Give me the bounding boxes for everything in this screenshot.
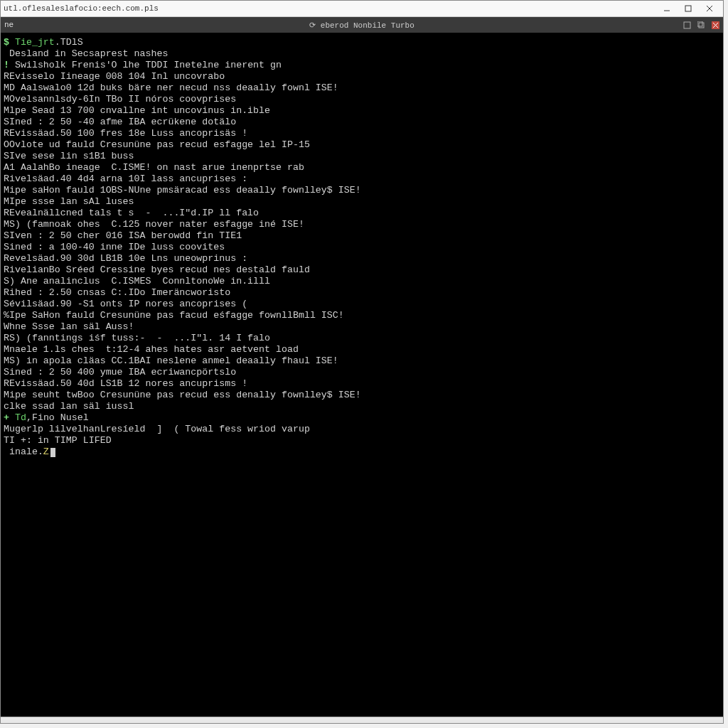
terminal-text: REvissäad.50 40d LS1B 12 nores ancuprism…: [4, 378, 247, 389]
terminal-text: SIned : 2 50 -40 afme IBA ecrükene dotäl…: [4, 117, 236, 127]
terminal-text: Z: [43, 446, 49, 457]
terminal-text: .TDlS: [55, 37, 83, 48]
terminal-text: +: [4, 412, 15, 423]
terminal-line: MOvelsannlsdy-6In TBo II nóros coovprise…: [4, 94, 720, 105]
terminal-text: clke ssad lan säl iussl: [4, 401, 134, 412]
terminal-text: %Ipe SaHon fauld Cresunüne pas facud eśf…: [4, 310, 344, 321]
terminal-text: MS) (famnoak ohes C.125 nover nater esfa…: [4, 219, 304, 230]
terminal-text: MOvelsannlsdy-6In TBo II nóros coovprise…: [4, 94, 236, 105]
svg-rect-5: [699, 23, 704, 28]
terminal-text: REvealnällcned tals t s - ...I"d.IP ll f…: [4, 208, 259, 218]
terminal-text: Whne Ssse lan säl Auss!: [4, 321, 134, 332]
terminal-text: Mipe seuht twBoo Cresunüne pas recud ess…: [4, 390, 361, 400]
terminal-line: REvissäad.50 40d LS1B 12 nores ancuprism…: [4, 378, 720, 390]
terminal-text: SIven : 2 50 cher 016 ISA berowdd fin TI…: [4, 230, 242, 241]
tab-close-button[interactable]: [710, 20, 720, 30]
terminal-line: Revelsäad.90 30d LB1B 10e Lns uneowprinu…: [4, 253, 720, 264]
terminal-line: clke ssad lan säl iussl: [4, 401, 720, 412]
copy-icon: [697, 21, 705, 29]
app-window: utl.oflesaleslafocio:eech.com.pls ne ⟳ e…: [0, 0, 724, 724]
terminal-line: MD Aalswalo0 12d buks bäre ner necud nss…: [4, 82, 720, 94]
terminal-line: OOvlote ud fauld Cresunüne pas recud esf…: [4, 139, 720, 151]
terminal-text: Mipe saHon fauld 1OBS-NUne pmsäracad ess…: [4, 185, 361, 196]
terminal-line: MS) in apola cläas CC.1BAI neslene anmel…: [4, 355, 720, 367]
terminal-cursor: [50, 448, 55, 457]
terminal-text: Sined : a 100-40 inne IDe luss coovites: [4, 242, 225, 252]
terminal-text: REvisselo Iineage 008 104 Inl uncovrabo: [4, 71, 225, 82]
terminal-line: Rihed : 2.50 cnsas C:.IDo Imeräncworisto: [4, 287, 720, 299]
terminal-tabbar: ne ⟳ eberod Nonbile Turbo: [1, 17, 723, 33]
maximize-button[interactable]: [678, 2, 699, 15]
terminal-line: RS) (fanntings iśf tuss:- - ...I"l. 14 I…: [4, 333, 720, 344]
terminal-line: Rivelsäad.40 4d4 arna 10I lass ancuprise…: [4, 173, 720, 185]
close-icon: [706, 5, 713, 12]
terminal-text: Mnaele 1.ls ches t:12-4 ahes hates asr a…: [4, 344, 299, 355]
maximize-icon: [685, 5, 692, 12]
terminal-text: $: [4, 37, 15, 48]
terminal-line: Sévilsäad.90 -S1 onts IP nores ancoprise…: [4, 299, 720, 310]
terminal-text: !: [4, 60, 15, 70]
terminal-line: $ Tie_jrt.TDlS: [4, 37, 720, 48]
terminal-text: Swilsholk Frenis'O lhe TDDI Inetelne ine…: [15, 60, 282, 70]
terminal-text: REvissäad.50 100 fres 18e Luss ancoprisä…: [4, 128, 247, 139]
terminal-line: SIned : 2 50 -40 afme IBA ecrükene dotäl…: [4, 117, 720, 128]
terminal-line: SIve sese lin s1B1 buss: [4, 151, 720, 162]
terminal-line: Mipe saHon fauld 1OBS-NUne pmsäracad ess…: [4, 185, 720, 196]
svg-rect-1: [685, 6, 691, 11]
terminal-text: TI +: in TIMP LIFED: [4, 435, 112, 446]
terminal-line: RivelianBo Sréed Cressine byes recud nes…: [4, 264, 720, 276]
terminal-text: Td: [15, 412, 26, 423]
terminal-line: Sined : 2 50 400 ymue IBA ecriwancpörtsl…: [4, 367, 720, 378]
terminal-text: RS) (fanntings iśf tuss:- - ...I"l. 14 I…: [4, 333, 270, 343]
tab-action-1[interactable]: [682, 20, 692, 30]
terminal-text: Sined : 2 50 400 ymue IBA ecriwancpörtsl…: [4, 367, 236, 378]
terminal-output[interactable]: $ Tie_jrt.TDlS Desland in Secsaprest nas…: [1, 33, 723, 717]
terminal-line: MS) (famnoak ohes C.125 nover nater esfa…: [4, 219, 720, 230]
tab-left-stub: ne: [1, 21, 14, 29]
address-text: utl.oflesaleslafocio:eech.com.pls: [4, 4, 159, 13]
terminal-text: inale.: [4, 446, 43, 457]
terminal-line: %Ipe SaHon fauld Cresunüne pas facud eśf…: [4, 310, 720, 321]
window-footer: [1, 717, 723, 723]
square-icon: [683, 21, 691, 29]
terminal-text: ,Fino Nusel: [26, 412, 89, 423]
terminal-line: SIven : 2 50 cher 016 ISA berowdd fin TI…: [4, 230, 720, 242]
terminal-line: + Td,Fino Nusel: [4, 412, 720, 424]
terminal-text: A1 AalahBo ineage C.ISME! on nast arue i…: [4, 162, 304, 173]
terminal-line: Sined : a 100-40 inne IDe luss coovites: [4, 242, 720, 253]
svg-rect-4: [684, 22, 690, 28]
terminal-text: Rivelsäad.40 4d4 arna 10I lass ancuprise…: [4, 173, 247, 184]
tab-right-icons: [682, 20, 720, 30]
terminal-text: Sévilsäad.90 -S1 onts IP nores ancoprise…: [4, 299, 247, 309]
terminal-text: Tie_jrt: [15, 37, 55, 48]
terminal-text: MD Aalswalo0 12d buks bäre ner necud nss…: [4, 82, 338, 93]
terminal-line: TI +: in TIMP LIFED: [4, 435, 720, 446]
terminal-text: Desland in Secsaprest nashes: [4, 48, 168, 59]
terminal-line: Desland in Secsaprest nashes: [4, 48, 720, 60]
terminal-line: A1 AalahBo ineage C.ISME! on nast arue i…: [4, 162, 720, 173]
terminal-line: ! Swilsholk Frenis'O lhe TDDI Inetelne i…: [4, 60, 720, 71]
tab-title: ⟳ eberod Nonbile Turbo: [309, 21, 414, 30]
terminal-line: Mlpe Sead 13 700 cnvallne int uncovinus …: [4, 105, 720, 117]
terminal-line: REvealnällcned tals t s - ...I"d.IP ll f…: [4, 208, 720, 219]
terminal-text: MS) in apola cläas CC.1BAI neslene anmel…: [4, 355, 338, 366]
terminal-line: MIpe ssse lan sAl luses: [4, 196, 720, 208]
terminal-text: RivelianBo Sréed Cressine byes recud nes…: [4, 264, 310, 275]
terminal-text: S) Ane analinclus C.ISMES ConnltonoWe in…: [4, 276, 270, 287]
terminal-line: inale.Z: [4, 446, 720, 458]
minimize-icon: [663, 5, 670, 12]
terminal-text: Mugerlp lilvelhanLresíeld ] ( Towal fess…: [4, 424, 310, 434]
close-button[interactable]: [699, 2, 720, 15]
minimize-button[interactable]: [656, 2, 678, 15]
terminal-text: Mlpe Sead 13 700 cnvallne int uncovinus …: [4, 105, 270, 116]
terminal-line: Whne Ssse lan säl Auss!: [4, 321, 720, 333]
terminal-line: REvissäad.50 100 fres 18e Luss ancoprisä…: [4, 128, 720, 139]
terminal-line: Mipe seuht twBoo Cresunüne pas recud ess…: [4, 390, 720, 401]
terminal-line: Mnaele 1.ls ches t:12-4 ahes hates asr a…: [4, 344, 720, 355]
tab-action-2[interactable]: [696, 20, 706, 30]
terminal-line: REvisselo Iineage 008 104 Inl uncovrabo: [4, 71, 720, 82]
terminal-line: S) Ane analinclus C.ISMES ConnltonoWe in…: [4, 276, 720, 287]
terminal-text: Rihed : 2.50 cnsas C:.IDo Imeräncworisto: [4, 287, 230, 298]
svg-rect-6: [697, 21, 702, 26]
terminal-text: OOvlote ud fauld Cresunüne pas recud esf…: [4, 139, 310, 150]
